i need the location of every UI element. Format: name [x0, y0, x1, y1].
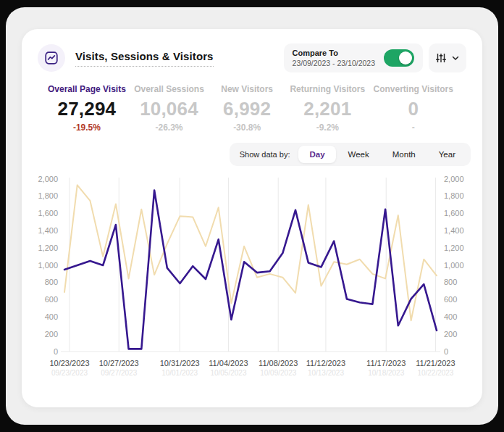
metric-label: New Visitors: [212, 84, 282, 94]
metric-label: Overall Page Visits: [48, 84, 126, 94]
svg-text:400: 400: [444, 312, 457, 321]
svg-text:1,800: 1,800: [444, 191, 464, 200]
svg-text:11/21/2023: 11/21/2023: [416, 359, 455, 367]
tab-month[interactable]: Month: [382, 146, 427, 163]
metric-overall-sessions[interactable]: Overall Sessions 10,064 -26.3%: [134, 84, 204, 133]
granularity-row: Show data by: Day Week Month Year: [32, 143, 472, 166]
svg-text:1,000: 1,000: [38, 261, 58, 270]
metric-value: 6,992: [212, 98, 282, 120]
metric-new-visitors[interactable]: New Visitors 6,992 -30.8%: [212, 84, 282, 133]
svg-text:11/04/2023: 11/04/2023: [209, 359, 248, 367]
chevron-down-icon: [451, 54, 460, 62]
toggle-knob: [399, 51, 412, 65]
page-background: Visits, Sessions & Visitors Compare To 2…: [6, 7, 498, 425]
svg-text:10/01/2023: 10/01/2023: [161, 369, 198, 377]
svg-text:400: 400: [45, 312, 58, 321]
header-controls: Compare To 23/09/2023 - 23/10/2023: [284, 43, 466, 72]
compare-to-label: Compare To: [293, 49, 375, 57]
svg-text:10/23/2023: 10/23/2023: [49, 359, 89, 367]
svg-text:10/27/2023: 10/27/2023: [99, 359, 139, 367]
metric-delta: -: [374, 122, 453, 133]
svg-text:600: 600: [444, 295, 457, 304]
svg-text:1,600: 1,600: [444, 209, 464, 217]
svg-text:10/05/2023: 10/05/2023: [210, 369, 246, 377]
chart-trend-icon: [38, 44, 65, 72]
svg-text:1,200: 1,200: [444, 244, 464, 252]
svg-text:200: 200: [45, 330, 58, 338]
metric-value: 27,294: [48, 98, 126, 120]
metric-delta: -26.3%: [134, 122, 204, 133]
svg-text:1,000: 1,000: [444, 261, 464, 270]
granularity-bar: Show data by: Day Week Month Year: [230, 143, 471, 166]
svg-text:11/12/2023: 11/12/2023: [306, 359, 345, 367]
svg-text:600: 600: [45, 295, 58, 304]
analytics-card: Visits, Sessions & Visitors Compare To 2…: [22, 29, 482, 407]
card-header: Visits, Sessions & Visitors Compare To 2…: [32, 41, 472, 74]
compare-to-control[interactable]: Compare To 23/09/2023 - 23/10/2023: [284, 43, 423, 72]
svg-text:200: 200: [444, 330, 457, 338]
tab-year[interactable]: Year: [428, 146, 466, 163]
metric-label: Returning Visitors: [290, 84, 365, 94]
svg-text:1,400: 1,400: [38, 226, 58, 235]
svg-text:0: 0: [444, 347, 448, 356]
compare-to-texts: Compare To 23/09/2023 - 23/10/2023: [293, 49, 375, 67]
svg-text:09/27/2023: 09/27/2023: [101, 369, 137, 377]
show-data-by-label: Show data by:: [240, 150, 290, 159]
chart-options-button[interactable]: [429, 43, 466, 72]
metric-label: Converting Visitors: [374, 84, 453, 94]
svg-text:10/18/2023: 10/18/2023: [368, 369, 404, 377]
svg-text:1,200: 1,200: [38, 244, 58, 252]
svg-text:10/13/2023: 10/13/2023: [308, 369, 344, 377]
metric-value: 2,201: [290, 98, 365, 120]
metric-delta: -9.2%: [290, 122, 365, 133]
chart-svg: 002002004004006006008008001,0001,0001,20…: [32, 170, 472, 385]
svg-text:10/09/2023: 10/09/2023: [260, 369, 296, 377]
metric-value: 0: [374, 98, 453, 120]
svg-text:2,000: 2,000: [38, 175, 58, 183]
metric-label: Overall Sessions: [134, 84, 204, 94]
page-title: Visits, Sessions & Visitors: [75, 50, 214, 67]
compare-toggle[interactable]: [384, 49, 414, 67]
svg-text:10/31/2023: 10/31/2023: [160, 359, 200, 367]
visits-line-chart[interactable]: 002002004004006006008008001,0001,0001,20…: [32, 170, 472, 388]
tab-week[interactable]: Week: [337, 146, 380, 163]
svg-text:2,000: 2,000: [444, 175, 464, 183]
metrics-row: Overall Page Visits 27,294 -19.5% Overal…: [32, 74, 472, 137]
svg-text:1,400: 1,400: [444, 226, 464, 235]
svg-text:1,600: 1,600: [38, 209, 58, 217]
metric-delta: -30.8%: [212, 122, 282, 133]
metric-converting-visitors[interactable]: Converting Visitors 0 -: [374, 84, 453, 133]
compare-date-range: 23/09/2023 - 23/10/2023: [293, 59, 375, 67]
metric-value: 10,064: [134, 98, 204, 120]
sliders-icon: [435, 52, 447, 64]
svg-text:0: 0: [54, 347, 58, 356]
metric-delta: -19.5%: [48, 122, 126, 133]
metric-overall-page-visits[interactable]: Overall Page Visits 27,294 -19.5%: [48, 84, 126, 133]
svg-text:800: 800: [444, 278, 457, 286]
tab-day[interactable]: Day: [298, 146, 335, 163]
svg-text:11/08/2023: 11/08/2023: [259, 359, 298, 367]
svg-text:10/22/2023: 10/22/2023: [417, 369, 453, 377]
svg-text:1,800: 1,800: [38, 191, 58, 200]
svg-text:11/17/2023: 11/17/2023: [366, 359, 406, 367]
metric-returning-visitors[interactable]: Returning Visitors 2,201 -9.2%: [290, 84, 365, 133]
svg-text:800: 800: [45, 278, 58, 286]
svg-text:09/23/2023: 09/23/2023: [51, 369, 88, 377]
